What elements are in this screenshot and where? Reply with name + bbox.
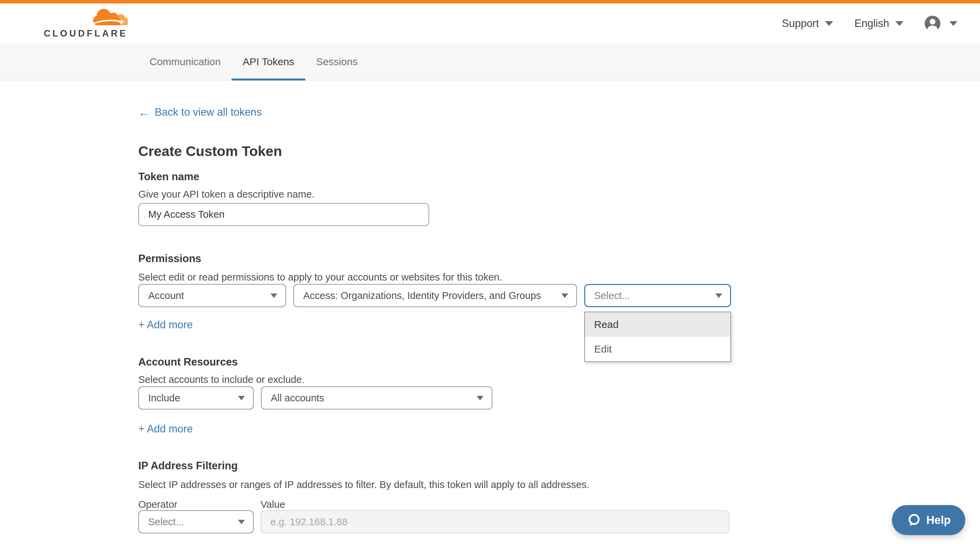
access-level-select[interactable]: Select... <box>584 284 731 307</box>
permissions-row: Account Access: Organizations, Identity … <box>138 284 980 307</box>
top-nav: Support English <box>782 16 958 32</box>
operator-label: Operator <box>138 499 261 510</box>
menu-option-edit[interactable]: Edit <box>585 337 730 362</box>
help-button[interactable]: Help <box>892 505 965 535</box>
account-resources-description: Select accounts to include or exclude. <box>138 373 980 385</box>
token-name-input[interactable] <box>138 203 429 226</box>
chevron-down-icon <box>562 293 568 298</box>
ip-filtering-heading: IP Address Filtering <box>138 459 980 472</box>
chevron-down-icon <box>238 396 245 400</box>
account-resources-add-more-link[interactable]: + Add more <box>138 422 192 436</box>
back-link-label: Back to view all tokens <box>155 105 262 119</box>
tab-label: Communication <box>150 56 221 68</box>
language-menu[interactable]: English <box>854 17 904 30</box>
support-label: Support <box>782 17 819 30</box>
language-label: English <box>854 17 889 30</box>
cloudflare-logo[interactable]: CLOUDFLARE <box>44 8 128 39</box>
header: CLOUDFLARE Support English <box>0 3 980 43</box>
token-name-description: Give your API token a descriptive name. <box>138 188 980 200</box>
access-level-menu: Read Edit <box>584 312 731 362</box>
accounts-select[interactable]: All accounts <box>261 386 492 409</box>
include-exclude-value: Include <box>148 392 180 404</box>
accounts-value: All accounts <box>271 392 324 404</box>
tab-api-tokens[interactable]: API Tokens <box>232 43 305 80</box>
ip-filtering-labels: Operator Value <box>138 499 980 510</box>
tab-bar: Communication API Tokens Sessions <box>0 43 980 81</box>
cloudflare-wordmark: CLOUDFLARE <box>44 29 128 39</box>
chevron-down-icon <box>895 21 904 26</box>
menu-option-label: Edit <box>594 343 612 355</box>
permissions-description: Select edit or read permissions to apply… <box>138 271 980 283</box>
brand-top-bar <box>0 0 980 3</box>
ip-value-input[interactable] <box>261 510 729 533</box>
chevron-down-icon <box>270 293 277 298</box>
permissions-add-more-link[interactable]: + Add more <box>138 318 192 332</box>
chevron-down-icon <box>477 396 484 400</box>
ip-filtering-description: Select IP addresses or ranges of IP addr… <box>138 479 980 491</box>
access-level-dropdown: Select... Read Edit <box>584 284 731 307</box>
main-content: ← Back to view all tokens Create Custom … <box>0 81 980 533</box>
chevron-down-icon <box>238 520 245 524</box>
back-to-tokens-link[interactable]: ← Back to view all tokens <box>138 105 262 119</box>
chevron-down-icon <box>825 21 833 26</box>
tab-communication[interactable]: Communication <box>138 43 232 80</box>
page-title: Create Custom Token <box>138 143 980 159</box>
menu-option-label: Read <box>594 319 619 330</box>
permission-scope-value: Account <box>148 290 184 301</box>
ip-filtering-row: Select... <box>138 510 980 533</box>
tab-label: Sessions <box>316 56 358 68</box>
support-menu[interactable]: Support <box>782 17 834 30</box>
chevron-down-icon <box>715 293 722 298</box>
chevron-down-icon <box>949 21 958 26</box>
operator-value: Select... <box>148 516 184 528</box>
permission-group-value: Access: Organizations, Identity Provider… <box>303 290 541 301</box>
menu-option-read[interactable]: Read <box>585 312 730 337</box>
permissions-heading: Permissions <box>138 252 980 265</box>
permission-group-select[interactable]: Access: Organizations, Identity Provider… <box>293 284 577 307</box>
value-label: Value <box>261 499 285 510</box>
account-resources-row: Include All accounts <box>138 386 980 409</box>
tab-sessions[interactable]: Sessions <box>305 43 369 80</box>
help-button-label: Help <box>926 514 951 527</box>
back-arrow-icon: ← <box>138 105 150 119</box>
token-name-heading: Token name <box>138 170 980 183</box>
tab-label: API Tokens <box>242 56 294 68</box>
chat-bubble-icon <box>907 513 921 527</box>
account-resources-heading: Account Resources <box>138 355 980 369</box>
account-menu[interactable] <box>925 16 958 32</box>
operator-select[interactable]: Select... <box>138 510 254 533</box>
cloudflare-cloud-icon <box>92 8 128 28</box>
access-level-value: Select... <box>594 290 630 301</box>
permission-scope-select[interactable]: Account <box>138 284 286 307</box>
include-exclude-select[interactable]: Include <box>138 386 254 409</box>
user-avatar-icon <box>925 16 940 32</box>
